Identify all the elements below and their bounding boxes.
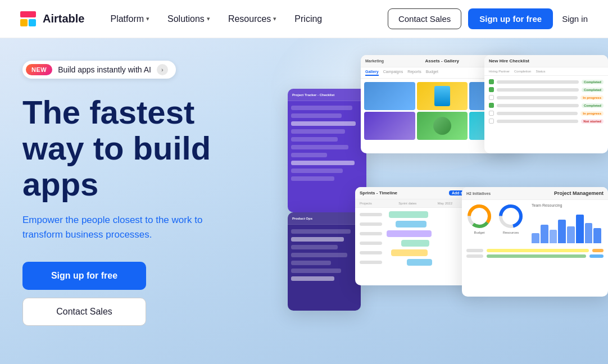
hero-contact-button[interactable]: Contact Sales: [22, 298, 146, 326]
timeline-row: [360, 221, 474, 228]
timeline-row: [360, 249, 474, 256]
svg-rect-2: [29, 19, 36, 26]
status-rows: [462, 247, 608, 262]
initiatives-header: H2 Initiatives Project Management: [462, 187, 608, 200]
donut-chart: [466, 203, 492, 229]
logo-text: Airtable: [43, 12, 84, 25]
hero-buttons: Sign up for free Contact Sales: [22, 262, 264, 326]
arrow-icon: ›: [157, 64, 168, 75]
gallery-cell: [364, 82, 415, 110]
hero-section: NEW Build apps instantly with AI › The f…: [0, 38, 608, 364]
timeline-body: [355, 208, 479, 272]
sidebar-row: [291, 129, 345, 134]
bar-col: [593, 228, 601, 243]
sidebar-row: [291, 176, 334, 181]
bar-chart-area: Team Resourcing: [529, 203, 604, 243]
sidebar-row: [291, 121, 356, 126]
checklist-body: Completed Completed In progress Complete…: [484, 76, 608, 130]
sidebar-row: [291, 261, 331, 265]
tracker-sidebar: [288, 101, 366, 189]
chevron-down-icon: ▾: [146, 15, 149, 22]
gallery-cell: [417, 112, 468, 140]
sidebar-row: [291, 169, 343, 173]
sidebar-row: [291, 237, 344, 242]
checklist-card: New Hire Checklist Hiring Partner Comple…: [484, 55, 608, 153]
tracker-header: Project Tracker - Checklist: [288, 89, 366, 101]
timeline-row: [360, 259, 474, 266]
gallery-cell: [364, 112, 415, 140]
logo[interactable]: Airtable: [18, 9, 84, 29]
svg-rect-3: [20, 11, 36, 17]
status-row: [466, 254, 604, 258]
tracker-card: Project Tracker - Checklist: [288, 89, 366, 212]
check-item: Not started: [489, 119, 604, 124]
sidebar-row: [291, 253, 347, 257]
sidebar-row: [291, 276, 334, 281]
nav-links: Platform ▾ Solutions ▾ Resources ▾ Prici…: [102, 10, 387, 29]
hero-mockups: Project Tracker - Checklist Marketing As…: [288, 44, 608, 358]
chevron-down-icon: ▾: [207, 15, 210, 22]
new-pill: NEW: [26, 64, 52, 75]
timeline-row: [360, 230, 474, 237]
new-badge[interactable]: NEW Build apps instantly with AI ›: [22, 61, 176, 79]
sidebar-row: [291, 145, 348, 149]
nav-resources[interactable]: Resources ▾: [220, 10, 284, 29]
gallery-cell: [417, 82, 468, 110]
sidebar-row: [291, 137, 338, 142]
timeline-header-row: Projects Sprint dates May 2022: [355, 199, 479, 208]
donut-chart-2: [498, 203, 524, 229]
sidebar-row: [291, 106, 352, 110]
checklist-meta: Hiring Partner Completion Status: [484, 67, 608, 76]
nav-pricing[interactable]: Pricing: [287, 10, 330, 29]
bar-col: [532, 233, 539, 243]
sidebar-row: [291, 245, 338, 249]
check-item: Completed: [489, 79, 604, 84]
nav-actions: Contact Sales Sign up for free Sign in: [388, 8, 590, 29]
timeline-card: Sprints - Timeline Add sprint Projects S…: [355, 187, 479, 285]
sidebar-row: [291, 113, 342, 118]
sidebar-row: [291, 229, 351, 234]
hero-signup-button[interactable]: Sign up for free: [22, 262, 146, 290]
bar-col: [576, 215, 584, 243]
initiatives-content: Budget Resources Team Resourcing: [462, 200, 608, 247]
bar-col: [550, 230, 557, 243]
product-sidebar: [288, 225, 361, 289]
bar-col: [558, 220, 566, 243]
sidebar-row: [291, 269, 341, 273]
product-header: Product Ops: [288, 212, 361, 225]
contact-sales-button[interactable]: Contact Sales: [388, 8, 461, 29]
nav-solutions[interactable]: Solutions ▾: [160, 10, 218, 29]
check-item: Completed: [489, 87, 604, 92]
bar-col: [567, 226, 575, 243]
status-row: [466, 249, 604, 252]
donut-section: Budget: [466, 203, 492, 243]
donut-2: Resources: [498, 203, 524, 234]
product-card: Product Ops: [288, 212, 361, 311]
navbar: Airtable Platform ▾ Solutions ▾ Resource…: [0, 0, 608, 38]
timeline-row: [360, 240, 474, 247]
svg-rect-1: [20, 19, 28, 26]
hero-title: The fastest way to build apps: [22, 94, 264, 202]
initiatives-card: H2 Initiatives Project Management Budget: [462, 187, 608, 297]
signin-link[interactable]: Sign in: [560, 10, 590, 28]
sidebar-row: [291, 161, 355, 165]
check-item: In progress: [489, 111, 604, 116]
hero-content: NEW Build apps instantly with AI › The f…: [22, 61, 264, 326]
timeline-header: Sprints - Timeline Add sprint: [355, 187, 479, 199]
logo-icon: [18, 9, 38, 29]
sidebar-row: [291, 153, 327, 157]
hero-subtitle: Empower the people closest to the work t…: [22, 213, 236, 242]
donut-section-2: Resources: [498, 203, 524, 243]
checklist-header: New Hire Checklist: [484, 55, 608, 67]
nav-platform[interactable]: Platform ▾: [102, 10, 157, 29]
check-item: Completed: [489, 103, 604, 108]
signup-button[interactable]: Sign up for free: [468, 8, 553, 29]
check-item: In progress: [489, 95, 604, 100]
chevron-down-icon: ▾: [273, 15, 276, 22]
bar-chart: [529, 210, 604, 243]
timeline-row: [360, 211, 474, 218]
badge-text: Build apps instantly with AI: [58, 65, 151, 74]
bar-col: [585, 223, 593, 243]
donut-1: Budget: [466, 203, 492, 234]
bar-col: [541, 225, 548, 243]
